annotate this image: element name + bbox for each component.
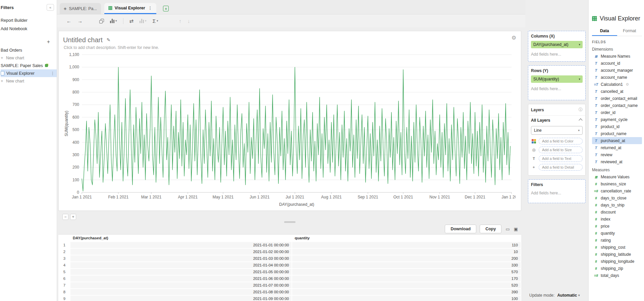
field-measure-values[interactable]: ≣Measure Values	[592, 173, 642, 180]
field-purchased-at[interactable]: Tpurchased_at	[592, 137, 642, 144]
field-shipping-latitude[interactable]: #shipping_latitude	[592, 251, 642, 258]
filters-shelf[interactable]: Filters Add fields here...	[528, 179, 586, 203]
chart-title[interactable]: Untitled chart	[63, 36, 103, 44]
field-account-manager[interactable]: Taccount_manager	[592, 67, 642, 74]
forward-icon[interactable]: →	[77, 18, 83, 23]
color-drop-target[interactable]: Add a field to Color	[539, 138, 583, 144]
download-button[interactable]: Download	[445, 225, 476, 233]
sort-descending-icon[interactable]: ↓	[187, 18, 190, 23]
field-account-name[interactable]: Taccount_name	[592, 74, 642, 81]
tree-item-new-chart[interactable]: + New chart	[1, 54, 54, 62]
columns-shelf[interactable]: Columns (X) DAY(purchased_at) ▾ Add fiel…	[528, 31, 586, 62]
table-row[interactable]: 62021-01-06 00:00:00170	[59, 275, 521, 282]
field-cancellation-rate[interactable]: =#cancellation_rate	[592, 187, 642, 194]
plus-icon: +	[1, 55, 4, 60]
chart-type-icon[interactable]: ▾	[110, 19, 117, 23]
tree-item-sample-paper-sales[interactable]: SAMPLE: Paper Sales	[1, 62, 54, 69]
all-layers-row[interactable]: All Layers	[528, 115, 585, 125]
field-days-to-close[interactable]: #days_to_close	[592, 194, 642, 201]
tab-sample-paper-sales[interactable]: ◈ SAMPLE: Pa...	[60, 3, 101, 14]
rows-field-pill[interactable]: SUM(quantity) ▾	[531, 75, 583, 83]
tab-format[interactable]: Format	[617, 26, 642, 36]
table-row[interactable]: 92021-01-09 00:00:00100	[59, 295, 521, 301]
table-row[interactable]: 52021-01-05 00:00:00570	[59, 268, 521, 275]
columns-field-pill[interactable]: DAY(purchased_at) ▾	[531, 41, 583, 48]
field-order-contact-email[interactable]: Torder_contact_email	[592, 95, 642, 102]
field-rating[interactable]: #rating	[592, 237, 642, 244]
sort-ascending-icon[interactable]: ↑	[179, 18, 181, 23]
zoom-out-button[interactable]: −	[62, 214, 68, 220]
table-row[interactable]: 12021-01-01 00:00:00110	[59, 242, 521, 248]
field-label: shipping_zip	[601, 266, 623, 271]
table-row[interactable]: 82021-01-08 00:00:00390	[59, 289, 521, 295]
field-product-id[interactable]: Tproduct_id	[592, 123, 642, 130]
tab-data[interactable]: Data	[592, 26, 617, 36]
field-order-id[interactable]: Torder_id	[592, 109, 642, 116]
aggregate-icon[interactable]: Σ ▾	[153, 18, 158, 23]
info-icon[interactable]: ⓘ	[579, 107, 583, 113]
field-shipping-cost[interactable]: #shipping_cost	[592, 244, 642, 251]
kebab-menu-icon[interactable]: ⋮	[51, 71, 55, 76]
table-row[interactable]: 22021-01-02 00:00:0010	[59, 248, 521, 255]
field-product-name[interactable]: Tproduct_name	[592, 130, 642, 137]
swap-axes-icon[interactable]: ⇄	[129, 18, 134, 23]
pill-caret-icon[interactable]: ▾	[579, 77, 580, 81]
rows-shelf[interactable]: Rows (Y) SUM(quantity) ▾ Add fields here…	[528, 65, 586, 100]
field-index[interactable]: #index	[592, 216, 642, 223]
line-chart[interactable]: 01002003004005006007008009001,0001,100Ja…	[63, 52, 516, 208]
field-account-id[interactable]: Taccount_id	[592, 60, 642, 67]
duplicate-icon[interactable]	[99, 19, 104, 23]
field-days-to-ship[interactable]: #days_to_ship	[592, 201, 642, 208]
minimize-panel-icon[interactable]: ▭	[505, 227, 509, 232]
new-tab-button[interactable]: +	[160, 3, 172, 14]
update-mode-select[interactable]: Automatic ▾	[557, 293, 580, 298]
field-shipping-longitude[interactable]: #shipping_longitude	[592, 258, 642, 265]
sidebar-item-add-notebook[interactable]: Add Notebook	[1, 24, 54, 33]
field-cancelled-at[interactable]: Tcancelled_at	[592, 88, 642, 95]
field-price[interactable]: #price	[592, 223, 642, 230]
svg-text:Jun 1 2021: Jun 1 2021	[250, 195, 270, 199]
mark-type-select[interactable]: Line ▾	[531, 126, 583, 135]
field-discount[interactable]: #discount	[592, 208, 642, 216]
toolbar-divider	[123, 18, 123, 24]
field-quantity[interactable]: #quantity	[592, 230, 642, 237]
field-reviewed-at[interactable]: Treviewed_at	[592, 158, 642, 165]
field-label: product_id	[601, 124, 620, 129]
field-payment-cycle[interactable]: Tpayment_cycle	[592, 116, 642, 123]
table-row[interactable]: 72021-01-07 00:00:00520	[59, 282, 521, 289]
tree-item-visual-explorer[interactable]: Visual Explorer ⋮	[1, 69, 57, 77]
tab-kebab-icon[interactable]: ⋮	[148, 6, 152, 10]
stacked-chart-icon[interactable]: ▾	[140, 19, 147, 23]
text-drop-target[interactable]: Add a field to Text	[539, 155, 583, 162]
pill-caret-icon[interactable]: ▾	[579, 43, 580, 46]
tree-item-bad-orders[interactable]: Bad Orders	[1, 46, 54, 54]
chart-card: Untitled chart ✎ ⚙ Click to add chart de…	[58, 31, 521, 211]
field-order-contact-name[interactable]: Torder_contact_name	[592, 102, 642, 109]
copy-button[interactable]: Copy	[480, 225, 501, 233]
table-row[interactable]: 32021-01-03 00:00:00200	[59, 255, 521, 262]
back-icon[interactable]: ←	[66, 18, 71, 23]
size-drop-target[interactable]: Add a field to Size	[539, 146, 583, 153]
chart-settings-icon[interactable]: ⚙	[512, 35, 516, 41]
panel-resize-handle[interactable]	[284, 221, 296, 223]
field-shipping-zip[interactable]: #shipping_zip	[592, 265, 642, 272]
field-business-size[interactable]: #business_size	[592, 180, 642, 187]
zoom-in-button[interactable]: +	[70, 214, 76, 220]
tree-item-new-chart-2[interactable]: + New chart	[1, 77, 54, 85]
tree-item-label: Visual Explorer	[6, 71, 35, 76]
maximize-panel-icon[interactable]: ▣	[514, 227, 518, 232]
edit-title-icon[interactable]: ✎	[107, 37, 111, 43]
chart-description-placeholder[interactable]: Click to add chart description. Shift-en…	[64, 45, 516, 51]
sidebar-item-report-builder[interactable]: Report Builder	[1, 16, 54, 24]
field-total-days[interactable]: =#total_days	[592, 272, 642, 279]
add-item-icon[interactable]: +	[47, 39, 50, 45]
field-calculation1[interactable]: =TCalculation1⊙	[592, 81, 642, 88]
field-review[interactable]: Treview	[592, 151, 642, 158]
collapse-sidebar-icon[interactable]: «	[47, 4, 54, 11]
field-measure-names[interactable]: ≣Measure Names	[592, 53, 642, 60]
detail-drop-target[interactable]: Add a field to Detail	[539, 164, 583, 171]
tab-visual-explorer[interactable]: Visual Explorer ⋮	[104, 3, 156, 14]
table-row[interactable]: 42021-01-04 00:00:00330	[59, 262, 521, 268]
rows-shelf-label: Rows (Y)	[531, 68, 583, 73]
field-returned-at[interactable]: Treturned_at	[592, 144, 642, 151]
